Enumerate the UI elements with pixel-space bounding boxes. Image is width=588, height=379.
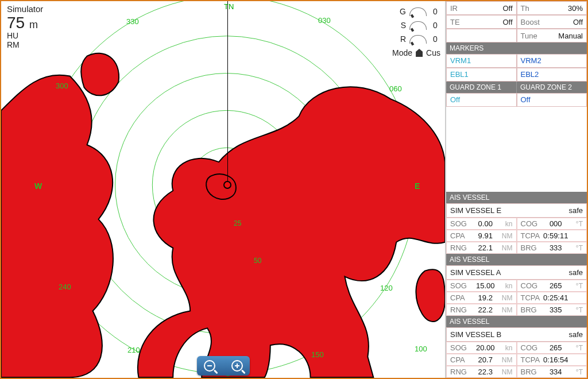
mode-icon bbox=[416, 49, 423, 57]
range-unit: m bbox=[29, 19, 38, 30]
vessel-data-row: CPA20.7NMTCPA0:16:54 bbox=[446, 354, 587, 366]
ais-vessel-header: AIS VESSEL bbox=[446, 192, 587, 203]
bearing-030: 030 bbox=[318, 16, 331, 25]
radar-display[interactable]: TN 030 060 E 120 150 S 210 240 W 300 330… bbox=[1, 1, 446, 378]
rain-clutter-control[interactable]: R0 bbox=[392, 32, 440, 46]
guard-zone-1-value[interactable]: Off bbox=[446, 93, 517, 107]
rain-value: 0 bbox=[430, 34, 440, 44]
zoom-out-button[interactable] bbox=[202, 358, 218, 373]
vessel-name: SIM VESSEL E bbox=[450, 206, 501, 215]
radar-echo-svg bbox=[1, 1, 445, 378]
bearing-w: W bbox=[34, 181, 42, 191]
heading-line bbox=[227, 1, 228, 185]
gain-value: 0 bbox=[430, 7, 440, 16]
ring-label-50: 50 bbox=[254, 257, 261, 265]
setting-blank bbox=[446, 29, 517, 42]
te-value: Off bbox=[502, 18, 512, 26]
vessel-data-row: SOG20.00knCOG265°T bbox=[446, 342, 587, 354]
vessel-data-row: RNG22.3NMBRG334°T bbox=[446, 366, 587, 378]
ais-vessel-header: AIS VESSEL bbox=[446, 316, 587, 327]
range-value: 75 bbox=[7, 14, 25, 32]
vessel-data-row: RNG22.2NMBRG335°T bbox=[446, 304, 587, 316]
marker-ebl1[interactable]: EBL1 bbox=[446, 68, 517, 82]
bearing-330: 330 bbox=[126, 17, 139, 26]
bearing-e: E bbox=[415, 181, 420, 191]
sea-clutter-control[interactable]: S0 bbox=[392, 18, 440, 32]
bearing-tn: TN bbox=[224, 2, 234, 11]
side-panel: IROff Th30% TEOff BoostOff TuneManual MA… bbox=[446, 1, 587, 378]
ring-label-25: 25 bbox=[234, 219, 241, 227]
vessel-name: SIM VESSEL B bbox=[450, 330, 501, 339]
magnifier-plus-icon bbox=[231, 360, 243, 372]
sea-value: 0 bbox=[430, 21, 440, 30]
guard-zone-2-value[interactable]: Off bbox=[517, 93, 587, 107]
status-block: Simulator 75 m HU RM bbox=[7, 5, 43, 49]
dial-icon bbox=[409, 21, 427, 30]
bearing-240: 240 bbox=[59, 283, 71, 291]
guard-zone-headers: GUARD ZONE 1 GUARD ZONE 2 bbox=[446, 82, 587, 93]
setting-ir[interactable]: IROff bbox=[446, 1, 517, 15]
setting-te[interactable]: TEOff bbox=[446, 15, 517, 29]
vessel-data-row: CPA9.91NMTCPA0:59:11 bbox=[446, 230, 587, 242]
rain-label: R bbox=[400, 34, 406, 44]
vessel-name: SIM VESSEL A bbox=[450, 268, 501, 277]
app-root: TN 030 060 E 120 150 S 210 240 W 300 330… bbox=[0, 0, 588, 379]
ais-vessel-header: AIS VESSEL bbox=[446, 254, 587, 265]
ais-vessel-name-row[interactable]: SIM VESSEL Esafe bbox=[446, 203, 587, 218]
ais-vessel-name-row[interactable]: SIM VESSEL Asafe bbox=[446, 265, 587, 280]
vessel-data-row: CPA19.2NMTCPA0:25:41 bbox=[446, 292, 587, 304]
tune-value: Manual bbox=[558, 32, 583, 40]
mode-value: Cus bbox=[426, 48, 440, 57]
th-label: Th bbox=[521, 4, 529, 13]
ir-value: Off bbox=[502, 4, 512, 13]
vessel-data-row: SOG0.00knCOG000°T bbox=[446, 218, 587, 230]
guard-zone-2-header: GUARD ZONE 2 bbox=[516, 82, 587, 93]
vessel-status: safe bbox=[568, 206, 583, 215]
dial-icon bbox=[409, 35, 427, 44]
mode-label: Mode bbox=[392, 48, 412, 57]
motion-mode: RM bbox=[7, 41, 43, 49]
mode-control[interactable]: ModeCus bbox=[392, 46, 440, 60]
bearing-210: 210 bbox=[127, 346, 140, 354]
ir-label: IR bbox=[450, 4, 458, 13]
th-value: 30% bbox=[568, 4, 583, 13]
boost-label: Boost bbox=[521, 18, 540, 26]
gain-label: G bbox=[400, 7, 406, 16]
setting-tune[interactable]: TuneManual bbox=[517, 29, 587, 42]
own-ship-marker bbox=[223, 181, 231, 189]
gain-control[interactable]: G0 bbox=[392, 5, 440, 18]
magnifier-minus-icon bbox=[204, 360, 215, 372]
markers-header: MARKERS bbox=[446, 42, 587, 54]
marker-ebl2[interactable]: EBL2 bbox=[517, 68, 587, 82]
simulator-label: Simulator bbox=[7, 5, 43, 14]
bearing-100: 100 bbox=[415, 345, 427, 353]
vessel-status: safe bbox=[568, 268, 583, 277]
ais-vessel-name-row[interactable]: SIM VESSEL Bsafe bbox=[446, 327, 587, 342]
zoom-in-button[interactable] bbox=[229, 358, 245, 373]
ais-vessel-list: AIS VESSELSIM VESSEL EsafeSOG0.00knCOG00… bbox=[446, 192, 587, 378]
bearing-150: 150 bbox=[311, 350, 324, 359]
zoom-toolbar bbox=[197, 356, 250, 376]
setting-boost[interactable]: BoostOff bbox=[517, 15, 587, 29]
boost-value: Off bbox=[573, 18, 583, 26]
bearing-300: 300 bbox=[56, 82, 68, 90]
te-label: TE bbox=[450, 18, 460, 26]
bearing-060: 060 bbox=[389, 84, 402, 93]
sea-label: S bbox=[401, 21, 406, 30]
range-readout: 75 m bbox=[7, 14, 43, 32]
vessel-status: safe bbox=[568, 330, 583, 339]
vessel-data-row: SOG15.00knCOG265°T bbox=[446, 280, 587, 292]
marker-vrm2[interactable]: VRM2 bbox=[517, 54, 587, 68]
guard-zone-1-header: GUARD ZONE 1 bbox=[446, 82, 516, 93]
bearing-120: 120 bbox=[380, 284, 393, 292]
radar-adjust-block: G0 S0 R0 ModeCus bbox=[392, 5, 440, 60]
marker-vrm1[interactable]: VRM1 bbox=[446, 54, 517, 68]
orientation-mode: HU bbox=[7, 32, 43, 40]
dial-icon bbox=[409, 7, 427, 16]
vessel-data-row: RNG22.1NMBRG333°T bbox=[446, 242, 587, 254]
setting-th[interactable]: Th30% bbox=[517, 1, 587, 15]
tune-label: Tune bbox=[521, 32, 537, 40]
